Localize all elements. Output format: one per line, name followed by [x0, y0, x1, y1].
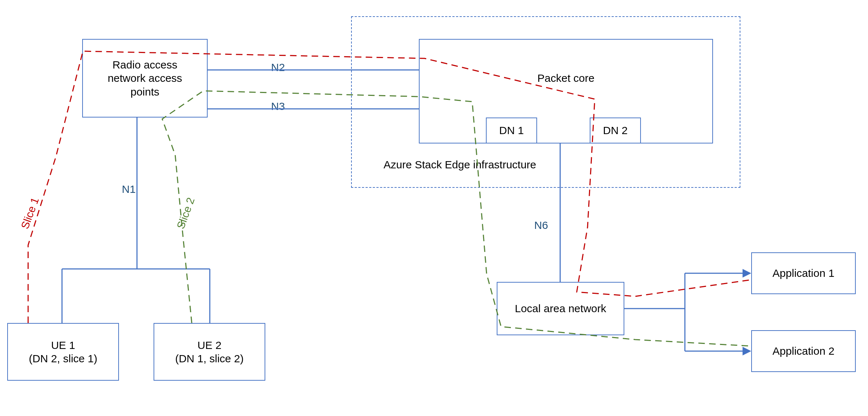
- ase-label: Azure Stack Edge infrastructure: [384, 159, 536, 171]
- slice1-label: Slice 1: [19, 196, 41, 230]
- app1-label: Application 1: [772, 266, 834, 280]
- dn1-box: DN 1: [486, 118, 537, 143]
- lan-box: Local area network: [497, 282, 624, 335]
- ue2-line2: (DN 1, slice 2): [175, 352, 244, 366]
- diagram-canvas: Radio access network access points Packe…: [0, 0, 868, 416]
- ue2-box: UE 2 (DN 1, slice 2): [154, 323, 265, 381]
- n6-label: N6: [534, 219, 548, 231]
- ran-box: Radio access network access points: [82, 39, 208, 118]
- dn2-label: DN 2: [603, 124, 628, 137]
- n3-label: N3: [271, 100, 285, 112]
- ue1-line1: UE 1: [51, 338, 75, 352]
- app2-box: Application 2: [751, 330, 856, 372]
- slice2-label: Slice 2: [174, 196, 197, 230]
- packet-core-label: Packet core: [537, 71, 594, 85]
- dn2-box: DN 2: [590, 118, 641, 143]
- ran-line1: Radio access: [112, 58, 177, 72]
- ran-line3: points: [130, 85, 159, 99]
- app2-label: Application 2: [772, 344, 834, 358]
- n1-label: N1: [122, 183, 136, 195]
- dn1-label: DN 1: [499, 124, 524, 137]
- app1-box: Application 1: [751, 252, 856, 294]
- ran-line2: network access: [108, 71, 182, 85]
- ue1-box: UE 1 (DN 2, slice 1): [7, 323, 119, 381]
- ue1-line2: (DN 2, slice 1): [29, 352, 97, 366]
- ue2-line1: UE 2: [198, 338, 222, 352]
- lan-label: Local area network: [515, 302, 606, 315]
- packet-core-box: Packet core: [419, 39, 713, 143]
- n2-label: N2: [271, 61, 285, 74]
